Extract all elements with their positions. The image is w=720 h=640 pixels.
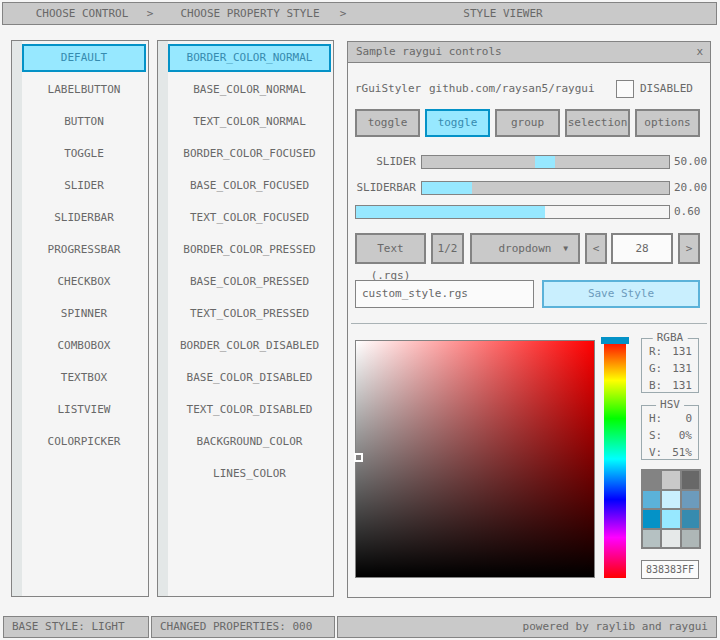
swatch-text-normal[interactable] <box>682 471 699 489</box>
list-item-background-color[interactable]: BACKGROUND_COLOR <box>168 428 331 456</box>
close-icon[interactable]: x <box>696 42 703 62</box>
toggle-group-item-0[interactable]: toggle <box>355 109 420 137</box>
hsv-s-label: S: <box>649 429 662 442</box>
list-item-slider[interactable]: SLIDER <box>22 172 146 200</box>
rgba-b-row: B:131 <box>649 380 692 392</box>
toggle-group-item-4[interactable]: options <box>635 109 700 137</box>
hue-bar[interactable] <box>604 340 626 578</box>
rgba-g-row: G:131 <box>649 363 692 375</box>
sliderbar[interactable] <box>421 181 670 195</box>
swatch-base-normal[interactable] <box>662 471 679 489</box>
swatch-base-focused[interactable] <box>662 491 679 509</box>
swatch-border-disabled[interactable] <box>643 530 660 548</box>
list-item-textbox[interactable]: TEXTBOX <box>22 364 146 392</box>
rgba-r-label: R: <box>649 345 662 358</box>
list-item-border-color-normal[interactable]: BORDER_COLOR_NORMAL <box>168 44 331 72</box>
list-item-default[interactable]: DEFAULT <box>22 44 146 72</box>
color-panel[interactable] <box>355 340 595 578</box>
window-title: Sample raygui controls <box>356 42 502 62</box>
list-item-base-color-pressed[interactable]: BASE_COLOR_PRESSED <box>168 268 331 296</box>
rgba-panel: RGBA R:131 G:131 B:131 <box>641 338 699 393</box>
style-color-swatches <box>641 469 701 549</box>
swatch-base-pressed[interactable] <box>662 510 679 528</box>
hsv-v-row: V:51% <box>649 447 692 459</box>
disabled-checkbox-label: DISABLED <box>640 80 693 98</box>
dropdown-selected-value: dropdown <box>499 242 552 255</box>
hsv-h-value: 0 <box>685 413 692 425</box>
list-item-base-color-focused[interactable]: BASE_COLOR_FOCUSED <box>168 172 331 200</box>
repo-label: github.com/raysan5/raygui <box>429 80 595 98</box>
spinner-value-field[interactable]: 28 <box>611 233 673 264</box>
toggle-group-item-1[interactable]: toggle <box>425 109 490 137</box>
list-item-base-color-normal[interactable]: BASE_COLOR_NORMAL <box>168 76 331 104</box>
slider[interactable] <box>421 155 670 169</box>
toggle-group-item-3[interactable]: selection <box>565 109 630 137</box>
swatch-text-focused[interactable] <box>682 491 699 509</box>
properties-list-items: BORDER_COLOR_NORMAL BASE_COLOR_NORMAL TE… <box>168 44 331 488</box>
hsv-panel-title: HSV <box>656 399 684 411</box>
list-item-text-color-pressed[interactable]: TEXT_COLOR_PRESSED <box>168 300 331 328</box>
swatch-border-normal[interactable] <box>643 471 660 489</box>
breadcrumb: CHOOSE CONTROL > CHOOSE PROPERTY STYLE >… <box>2 2 717 25</box>
style-name-input[interactable]: custom_style.rgs <box>355 280 534 308</box>
hex-color-input[interactable]: 838383FF <box>641 560 699 579</box>
export-rgs-button[interactable]: Text (.rgs) <box>355 233 426 264</box>
list-item-toggle[interactable]: TOGGLE <box>22 140 146 168</box>
sample-controls-window: Sample raygui controls x rGuiStyler gith… <box>347 41 711 598</box>
breadcrumb-step-choose-control: CHOOSE CONTROL <box>36 3 129 24</box>
swatch-text-pressed[interactable] <box>682 510 699 528</box>
slider-label: SLIDER <box>348 155 416 169</box>
list-item-border-color-focused[interactable]: BORDER_COLOR_FOCUSED <box>168 140 331 168</box>
statusbar-credits: powered by raylib and raygui <box>337 616 717 638</box>
swatch-base-disabled[interactable] <box>662 530 679 548</box>
rgba-r-row: R:131 <box>649 346 692 358</box>
hsv-v-value: 51% <box>672 447 692 459</box>
rgba-r-value: 131 <box>672 346 692 358</box>
half-button[interactable]: 1/2 <box>431 233 464 264</box>
progressbar-fill <box>356 206 545 218</box>
chevron-right-icon: > <box>340 3 347 24</box>
list-item-sliderbar[interactable]: SLIDERBAR <box>22 204 146 232</box>
list-item-text-color-focused[interactable]: TEXT_COLOR_FOCUSED <box>168 204 331 232</box>
controls-list: DEFAULT LABELBUTTON BUTTON TOGGLE SLIDER… <box>11 40 149 597</box>
controls-list-scrollbar[interactable] <box>12 41 22 596</box>
rgba-panel-title: RGBA <box>653 332 688 344</box>
list-item-lines-color[interactable]: LINES_COLOR <box>168 460 331 488</box>
statusbar-base-style: BASE STYLE: LIGHT <box>3 616 149 638</box>
swatch-text-disabled[interactable] <box>682 530 699 548</box>
spinner-increase-button[interactable]: > <box>678 233 700 264</box>
divider-line <box>351 323 707 324</box>
disabled-checkbox[interactable] <box>616 80 634 98</box>
list-item-text-color-disabled[interactable]: TEXT_COLOR_DISABLED <box>168 396 331 424</box>
rgba-b-label: B: <box>649 379 662 392</box>
slider-value: 50.00 <box>674 155 708 169</box>
list-item-listview[interactable]: LISTVIEW <box>22 396 146 424</box>
swatch-border-focused[interactable] <box>643 491 660 509</box>
slider-thumb[interactable] <box>535 156 555 168</box>
chevron-right-icon: > <box>147 3 154 24</box>
properties-list-scrollbar[interactable] <box>158 41 168 596</box>
list-item-border-color-disabled[interactable]: BORDER_COLOR_DISABLED <box>168 332 331 360</box>
list-item-checkbox[interactable]: CHECKBOX <box>22 268 146 296</box>
hue-selector[interactable] <box>601 337 629 344</box>
list-item-colorpicker[interactable]: COLORPICKER <box>22 428 146 456</box>
list-item-combobox[interactable]: COMBOBOX <box>22 332 146 360</box>
list-item-button[interactable]: BUTTON <box>22 108 146 136</box>
list-item-progressbar[interactable]: PROGRESSBAR <box>22 236 146 264</box>
rgba-b-value: 131 <box>672 380 692 392</box>
list-item-border-color-pressed[interactable]: BORDER_COLOR_PRESSED <box>168 236 331 264</box>
list-item-labelbutton[interactable]: LABELBUTTON <box>22 76 146 104</box>
app-name-label: rGuiStyler <box>355 80 421 98</box>
spinner-decrease-button[interactable]: < <box>585 233 607 264</box>
save-style-button[interactable]: Save Style <box>542 280 700 308</box>
dropdown[interactable]: dropdown ▼ <box>470 233 580 264</box>
controls-list-items: DEFAULT LABELBUTTON BUTTON TOGGLE SLIDER… <box>22 44 146 456</box>
list-item-text-color-normal[interactable]: TEXT_COLOR_NORMAL <box>168 108 331 136</box>
toggle-group-item-2[interactable]: group <box>495 109 560 137</box>
hsv-s-value: 0% <box>679 430 692 442</box>
list-item-base-color-disabled[interactable]: BASE_COLOR_DISABLED <box>168 364 331 392</box>
list-item-spinner[interactable]: SPINNER <box>22 300 146 328</box>
swatch-border-pressed[interactable] <box>643 510 660 528</box>
color-cursor[interactable] <box>354 453 363 462</box>
rgba-g-value: 131 <box>672 363 692 375</box>
